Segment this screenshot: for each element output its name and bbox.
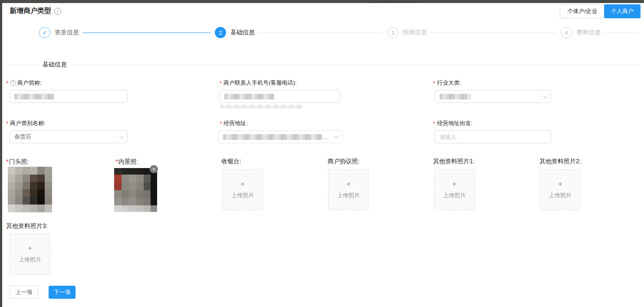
- close-icon: ×: [152, 167, 155, 172]
- ellipsis-text: ...: [323, 134, 328, 140]
- plus-icon: +: [452, 180, 457, 188]
- upload-button-text: 上传照片: [231, 191, 254, 199]
- plus-icon: +: [28, 244, 32, 252]
- upload-label-cashier: 收银台:: [221, 158, 241, 165]
- previous-step-button[interactable]: 上一项: [10, 286, 38, 299]
- step-label: 基础信息: [230, 29, 255, 36]
- other-photo-2-upload[interactable]: + 上传照片: [540, 169, 581, 210]
- industry-category-select[interactable]: [435, 90, 551, 103]
- step-connector: [82, 33, 210, 33]
- redacted-value: [223, 134, 322, 140]
- required-asterisk: *: [433, 80, 435, 86]
- upload-label-other-3: 其他资料照片3:: [6, 222, 48, 230]
- step-1-qualification[interactable]: ✓ 资质信息: [39, 27, 79, 38]
- step-number: 3: [387, 27, 398, 38]
- step-connector: [258, 33, 383, 33]
- chevron-down-icon: [543, 93, 548, 98]
- clipped-background-text: 8.1 经营渠道地址: [368, 0, 420, 3]
- next-step-button[interactable]: 下一项: [49, 286, 76, 299]
- step-3-settlement-info[interactable]: 3 结算信息: [387, 27, 427, 38]
- upload-button-text: 上传照片: [443, 191, 466, 199]
- interior-photo-preview[interactable]: [114, 168, 157, 212]
- cashier-photo-upload[interactable]: + 上传照片: [222, 169, 263, 210]
- step-label: 结算信息: [403, 29, 427, 36]
- merchant-shortname-input[interactable]: [10, 90, 128, 103]
- upload-button-text: 上传照片: [19, 256, 41, 264]
- upload-label-other-1: 其他资料照片1:: [433, 158, 475, 165]
- address-street-input[interactable]: [435, 130, 551, 143]
- section-title: 基础信息: [43, 61, 67, 69]
- merchant-category-select[interactable]: 杂货店: [10, 130, 128, 143]
- field-label-business-address: * 经营地址:: [220, 119, 248, 127]
- plus-icon: +: [346, 180, 351, 188]
- remove-photo-button[interactable]: ×: [150, 165, 158, 173]
- step-number: 2: [215, 27, 226, 38]
- toggle-personal-merchant-button[interactable]: 个人商户: [604, 4, 641, 18]
- other-photo-3-upload[interactable]: + 上传照片: [10, 234, 50, 274]
- upload-button-text: 上传照片: [337, 191, 360, 199]
- required-asterisk: *: [6, 158, 9, 165]
- redacted-value: [224, 94, 274, 99]
- toggle-individual-enterprise-button[interactable]: 个体户/企业: [560, 4, 604, 18]
- chevron-down-icon: [119, 134, 124, 139]
- step-label: 资质信息: [55, 29, 79, 36]
- required-asterisk: *: [220, 120, 222, 127]
- upload-label-agreement: 商户协议照:: [328, 158, 360, 165]
- window-left-edge: [0, 0, 2, 307]
- help-icon[interactable]: ?: [10, 80, 16, 86]
- field-label-industry-category: * 行业大类:: [433, 79, 461, 87]
- storefront-photo-preview[interactable]: [8, 167, 52, 212]
- redacted-overflow: [220, 105, 303, 109]
- window-top-edge: 8.1 经营渠道地址: [0, 0, 644, 3]
- required-asterisk: *: [6, 120, 8, 127]
- step-4-rate-info[interactable]: 4 费率信息: [561, 27, 601, 38]
- divider-line: [71, 65, 639, 65]
- agreement-photo-upload[interactable]: + 上传照片: [328, 169, 369, 210]
- check-icon: ✓: [39, 27, 50, 38]
- plus-icon: +: [558, 180, 562, 188]
- contact-phone-input[interactable]: [220, 90, 340, 103]
- merchant-type-toggle: 个体户/企业 个人商户: [560, 4, 641, 18]
- required-asterisk: *: [433, 120, 435, 127]
- step-connector: [603, 33, 640, 33]
- page-title-text: 新增商户类型: [10, 7, 51, 16]
- step-number: 4: [561, 27, 572, 38]
- upload-label-interior: *内景照:: [115, 158, 138, 166]
- chevron-down-icon: [334, 134, 339, 139]
- section-divider: 基础信息: [4, 61, 639, 69]
- business-address-cascader[interactable]: ...: [218, 130, 342, 143]
- step-2-basic-info[interactable]: 2 基础信息: [215, 27, 255, 38]
- divider-line: [4, 65, 38, 65]
- upload-label-storefront: *门头照:: [6, 158, 29, 166]
- required-asterisk: *: [220, 80, 222, 86]
- plus-icon: +: [240, 180, 245, 188]
- upload-button-text: 上传照片: [549, 191, 572, 199]
- redacted-value: [440, 94, 471, 99]
- page-title: 新增商户类型 i: [10, 7, 61, 16]
- field-label-address-street: * 经营地址街道:: [433, 119, 473, 127]
- field-label-merchant-shortname: * ? 商户简称:: [6, 79, 42, 87]
- info-icon[interactable]: i: [54, 8, 61, 15]
- field-label-contact-phone: * 商户联系人手机号(客服电话):: [220, 79, 296, 87]
- required-asterisk: *: [6, 80, 8, 86]
- selected-value: 杂货店: [14, 133, 31, 141]
- required-asterisk: *: [115, 158, 118, 165]
- other-photo-1-upload[interactable]: + 上传照片: [434, 169, 475, 210]
- step-connector: [430, 33, 556, 33]
- upload-label-other-2: 其他资料照片2:: [539, 158, 581, 165]
- redacted-value: [14, 94, 54, 99]
- step-label: 费率信息: [576, 29, 601, 36]
- field-label-merchant-category: * 商户类别名称:: [6, 119, 46, 127]
